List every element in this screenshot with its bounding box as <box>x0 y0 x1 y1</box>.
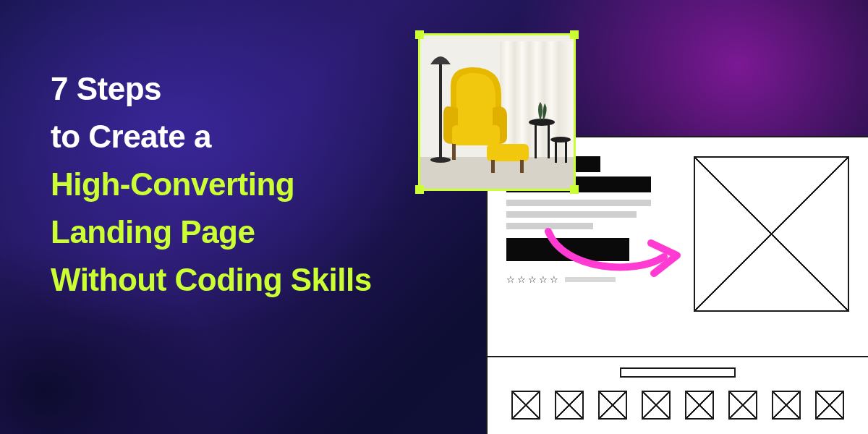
resize-handle-tl[interactable] <box>415 30 424 39</box>
wireframe-rating: ☆ ☆ ☆ ☆ ☆ <box>506 274 680 285</box>
wireframe-thumbnail <box>772 391 801 420</box>
headline-line-2: to Create a <box>51 113 372 161</box>
svg-rect-7 <box>452 144 456 160</box>
wireframe-thumbnail <box>555 391 584 420</box>
wireframe-thumbnail <box>815 391 844 420</box>
headline-line-1: 7 Steps <box>51 65 372 113</box>
svg-rect-11 <box>520 160 524 173</box>
headline: 7 Steps to Create a High-Converting Land… <box>51 65 372 304</box>
wireframe-thumbnail <box>511 391 540 420</box>
wireframe-divider <box>488 356 868 357</box>
svg-point-12 <box>529 119 555 126</box>
draggable-image[interactable] <box>418 33 576 191</box>
wireframe-body-line <box>506 211 637 218</box>
star-icon: ☆ <box>528 274 537 285</box>
star-icon: ☆ <box>539 274 548 285</box>
svg-rect-16 <box>555 141 557 163</box>
wireframe-gallery-section <box>488 367 868 420</box>
wireframe-image-placeholder <box>694 156 849 312</box>
svg-rect-14 <box>548 124 550 158</box>
headline-line-4: Landing Page <box>51 208 372 256</box>
svg-rect-13 <box>535 124 537 158</box>
wireframe-body-line <box>506 200 651 206</box>
wireframe-thumbnail <box>685 391 714 420</box>
star-icon: ☆ <box>550 274 558 285</box>
svg-rect-17 <box>565 141 567 163</box>
wireframe-thumbnail <box>598 391 627 420</box>
svg-point-15 <box>550 137 571 142</box>
svg-rect-9 <box>487 144 529 161</box>
resize-handle-bl[interactable] <box>415 185 424 194</box>
svg-rect-4 <box>439 64 442 158</box>
resize-handle-tr[interactable] <box>570 30 579 39</box>
wireframe-section-title <box>620 367 736 378</box>
svg-point-5 <box>430 157 451 163</box>
star-icon: ☆ <box>517 274 526 285</box>
svg-rect-10 <box>491 160 495 173</box>
star-icon: ☆ <box>506 274 515 285</box>
wireframe-rating-text <box>565 277 616 282</box>
wireframe-thumbnail-row <box>488 391 868 420</box>
headline-line-5: Without Coding Skills <box>51 256 372 304</box>
armchair-photo <box>420 35 574 189</box>
svg-rect-6 <box>452 125 500 145</box>
wireframe-thumbnail <box>728 391 757 420</box>
wireframe-cta-button <box>506 238 629 261</box>
headline-line-3: High-Converting <box>51 161 372 208</box>
resize-handle-br[interactable] <box>570 185 579 194</box>
wireframe-body-line <box>506 223 593 229</box>
wireframe-thumbnail <box>642 391 671 420</box>
